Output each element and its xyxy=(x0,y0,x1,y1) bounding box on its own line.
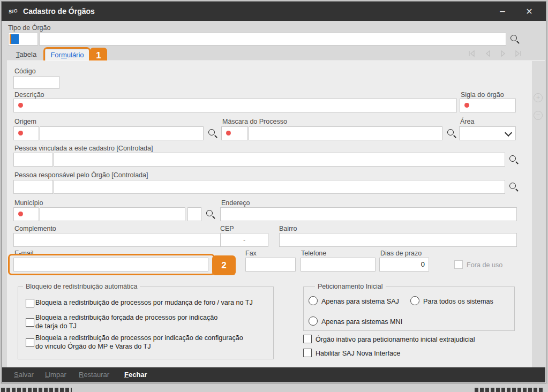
cep-value: - xyxy=(243,236,245,244)
radio-apenas-saj[interactable] xyxy=(309,296,318,305)
required-marker xyxy=(18,103,23,108)
area-select[interactable] xyxy=(459,126,516,140)
background-statusbar xyxy=(0,384,548,392)
tipo-orgao-label: Tipo de Órgão xyxy=(8,24,50,32)
first-record-icon xyxy=(469,51,474,56)
window-title: Cadastro de Órgãos xyxy=(23,7,95,16)
bloqueio-checkbox-2[interactable] xyxy=(26,318,34,327)
municipio-uf-input[interactable] xyxy=(187,207,201,221)
cep-label: CEP xyxy=(220,225,234,232)
habilitar-saj-checkbox[interactable] xyxy=(303,349,312,357)
origem-label: Origem xyxy=(14,118,36,125)
search-icon[interactable] xyxy=(207,128,218,139)
municipio-code-input[interactable] xyxy=(13,207,39,221)
required-marker xyxy=(464,103,469,108)
area-label: Área xyxy=(460,118,474,125)
add-record-icon: + xyxy=(536,93,541,101)
codigo-label: Código xyxy=(14,67,36,75)
last-record-button[interactable] xyxy=(513,49,523,58)
mascara-label: Máscara do Processo xyxy=(222,118,287,125)
footer-bar: Salvar Limpar Restaurar Fechar xyxy=(2,367,545,382)
next-record-icon xyxy=(501,51,505,56)
municipio-label: Município xyxy=(14,199,43,207)
endereco-input[interactable] xyxy=(220,207,517,221)
bloqueio-label-1: Bloqueia a redistribuição de processos p… xyxy=(35,298,253,307)
tab-tabela[interactable]: Tabela xyxy=(9,48,43,61)
complemento-label: Complemento xyxy=(14,225,56,232)
required-marker xyxy=(226,131,231,135)
bloqueio-checkbox-3[interactable] xyxy=(26,338,34,347)
search-icon[interactable] xyxy=(508,154,519,165)
clipped-text-fragment xyxy=(1,388,72,392)
fax-input[interactable] xyxy=(245,258,296,272)
radio-apenas-mni[interactable] xyxy=(309,316,318,326)
fax-label: Fax xyxy=(245,250,257,257)
sigla-input[interactable] xyxy=(460,99,516,112)
bairro-input[interactable] xyxy=(279,233,517,247)
codigo-input[interactable] xyxy=(13,76,59,89)
mascara-code-input[interactable] xyxy=(221,126,248,140)
tipo-orgao-panel: Tipo de Órgão xyxy=(2,21,546,48)
prior-record-icon xyxy=(486,51,490,56)
dias-de-prazo-label: Dias de prazo xyxy=(380,250,422,257)
salvar-button[interactable]: Salvar xyxy=(14,371,34,379)
prior-record-button[interactable] xyxy=(483,49,493,58)
fora-de-uso-label: Fora de uso xyxy=(467,261,502,269)
orgao-inativo-checkbox[interactable] xyxy=(303,335,312,343)
restaurar-button[interactable]: Restaurar xyxy=(79,371,109,379)
tipo-orgao-input[interactable] xyxy=(39,33,506,46)
telefone-input[interactable] xyxy=(301,258,376,272)
pessoa-vinculada-code-input[interactable] xyxy=(13,153,53,167)
search-icon[interactable] xyxy=(205,209,216,220)
fechar-button[interactable]: Fechar xyxy=(124,371,147,379)
bloqueio-label-3-line2: do vinculo Órgão do MP e Varas do TJ xyxy=(35,342,151,351)
limpar-button[interactable]: Limpar xyxy=(45,371,66,379)
search-icon[interactable] xyxy=(446,128,457,139)
pessoa-vinculada-input[interactable] xyxy=(54,153,505,167)
radio-todos-sistemas[interactable] xyxy=(410,296,419,305)
minimize-icon: – xyxy=(500,6,505,17)
telefone-label: Telefone xyxy=(301,250,326,257)
desktop-background: SIG Cadastro de Órgãos – ✕ Tipo de Órgão… xyxy=(0,0,548,392)
remove-record-button[interactable]: − xyxy=(534,111,543,120)
pessoa-responsavel-label: Pessoa responsável pelo Órgão [Controlad… xyxy=(14,171,148,179)
required-marker xyxy=(18,212,23,216)
close-button[interactable]: ✕ xyxy=(517,2,542,21)
next-record-button[interactable] xyxy=(498,49,508,58)
search-icon[interactable] xyxy=(508,182,519,192)
close-icon: ✕ xyxy=(526,6,532,17)
municipio-input[interactable] xyxy=(40,207,185,221)
annotation-box-2 xyxy=(8,254,215,275)
minimize-button[interactable]: – xyxy=(490,2,515,21)
peticionamento-title: Peticionamento Inicial xyxy=(315,283,386,290)
complemento-input[interactable] xyxy=(13,233,221,247)
pessoa-responsavel-input[interactable] xyxy=(54,180,505,194)
habilitar-saj-label: Habilitar SAJ Nova Interface xyxy=(316,349,400,358)
clipped-text-fragment xyxy=(475,388,543,392)
bloqueio-title: Bloqueio de redistribuição automática xyxy=(23,283,140,290)
origem-input[interactable] xyxy=(40,126,204,140)
cep-input[interactable]: - xyxy=(220,233,268,247)
record-tools-strip: + − xyxy=(532,61,545,370)
button-label-accel: F xyxy=(124,371,129,379)
origem-code-input[interactable] xyxy=(13,126,39,140)
endereco-label: Endereço xyxy=(221,199,250,207)
remove-record-icon: − xyxy=(536,111,541,119)
orgao-inativo-label: Órgão inativo para peticionamento inicia… xyxy=(316,335,475,344)
selection-block xyxy=(11,34,19,44)
pessoa-responsavel-code-input[interactable] xyxy=(13,180,53,194)
annotation-badge-2: 2 xyxy=(212,255,236,275)
descricao-input[interactable] xyxy=(13,99,457,112)
tab-strip: Tabela Formulário 1 xyxy=(2,48,546,61)
search-icon[interactable] xyxy=(509,34,520,44)
dias-de-prazo-input[interactable]: 0 xyxy=(379,258,429,272)
add-record-button[interactable]: + xyxy=(534,93,543,102)
fora-de-uso-checkbox[interactable] xyxy=(454,260,463,269)
tipo-orgao-code-input[interactable] xyxy=(8,33,38,46)
button-label-part: impar xyxy=(49,371,66,379)
first-record-button[interactable] xyxy=(467,49,477,58)
button-label-accel: R xyxy=(79,371,84,379)
bloqueio-checkbox-1[interactable] xyxy=(26,299,34,307)
formulario-panel: + − Código Descrição Sigla do órgão Orig… xyxy=(7,61,545,369)
mascara-input[interactable] xyxy=(249,126,442,140)
